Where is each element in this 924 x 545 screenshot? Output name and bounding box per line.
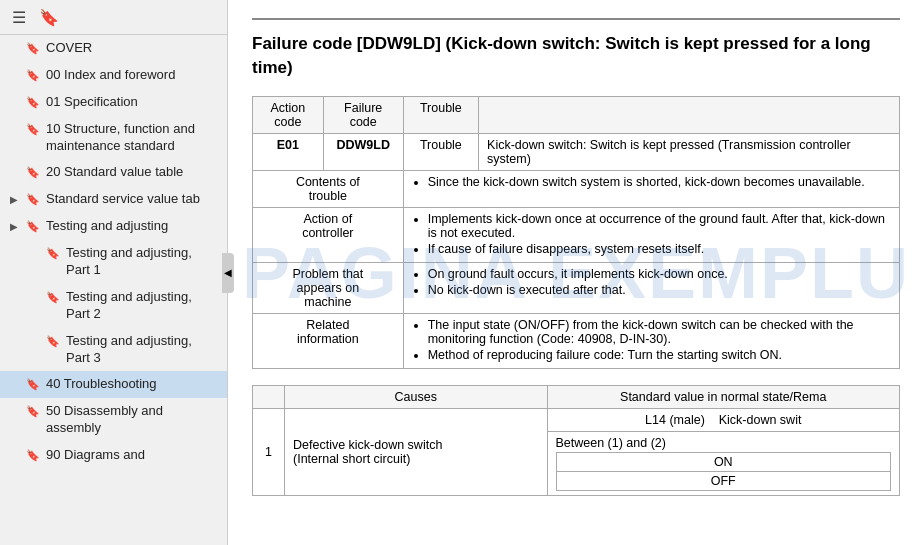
action-item-2: If cause of failure disappears, system r…: [428, 242, 891, 256]
contents-item-1: Since the kick-down switch system is sho…: [428, 175, 891, 189]
bookmark-item-icon-10: 🔖: [26, 377, 42, 391]
col-failure-code: Failure code: [323, 96, 403, 133]
bookmark-item-icon-11: 🔖: [26, 404, 42, 418]
sidebar-item-label-4: 20 Standard value table: [46, 164, 183, 181]
trouble-label: Trouble: [403, 133, 478, 170]
expand-icon-5[interactable]: ▶: [10, 193, 22, 206]
sidebar-item-label-12: 90 Diagrams and: [46, 447, 145, 464]
sidebar-item-label-6: Testing and adjusting: [46, 218, 168, 235]
sidebar: ☰ 🔖 🔖COVER🔖00 Index and foreword🔖01 Spec…: [0, 0, 228, 545]
cause-number-1: 1: [253, 408, 285, 495]
cause-between-label: Between (1) and (2) ON OFF: [547, 431, 900, 495]
sidebar-item-8[interactable]: 🔖Testing and adjusting, Part 2: [0, 284, 227, 328]
related-value: The input state (ON/OFF) from the kick-d…: [403, 313, 899, 368]
sidebar-item-label-5: Standard service value tab: [46, 191, 200, 208]
causes-col-num: [253, 385, 285, 408]
related-item-2: Method of reproducing failure code: Turn…: [428, 348, 891, 362]
col-trouble: Trouble: [403, 96, 478, 133]
main-content: PAGINA EXEMPLU Failure code [DDW9LD] (Ki…: [228, 0, 924, 545]
sidebar-item-12[interactable]: 🔖90 Diagrams and: [0, 442, 227, 469]
bookmark-item-icon-1: 🔖: [26, 68, 42, 82]
bookmark-item-icon-9: 🔖: [46, 334, 62, 348]
problem-label: Problem thatappears onmachine: [253, 262, 404, 313]
cause-desc-1: Defective kick-down switch(Internal shor…: [285, 408, 548, 495]
bookmark-item-icon-5: 🔖: [26, 192, 42, 206]
failure-code-value: DDW9LD: [323, 133, 403, 170]
bookmark-icon[interactable]: 🔖: [38, 6, 60, 28]
sidebar-item-label-3: 10 Structure, function and maintenance s…: [46, 121, 219, 155]
action-label: Action ofcontroller: [253, 207, 404, 262]
cause-on-value: ON: [556, 452, 891, 471]
top-divider: [252, 18, 900, 20]
sidebar-item-label-1: 00 Index and foreword: [46, 67, 175, 84]
sidebar-item-label-8: Testing and adjusting, Part 2: [66, 289, 219, 323]
sidebar-item-10[interactable]: 🔖40 Troubleshooting: [0, 371, 227, 398]
sidebar-item-1[interactable]: 🔖00 Index and foreword: [0, 62, 227, 89]
sidebar-item-6[interactable]: ▶🔖Testing and adjusting: [0, 213, 227, 240]
sidebar-item-2[interactable]: 🔖01 Specification: [0, 89, 227, 116]
causes-col-causes: Causes: [285, 385, 548, 408]
trouble-desc: Kick-down switch: Switch is kept pressed…: [479, 133, 900, 170]
sidebar-item-label-0: COVER: [46, 40, 92, 57]
sidebar-item-11[interactable]: 🔖50 Disassembly and assembly: [0, 398, 227, 442]
menu-icon[interactable]: ☰: [8, 6, 30, 28]
bookmark-item-icon-12: 🔖: [26, 448, 42, 462]
col-action-code: Action code: [253, 96, 324, 133]
causes-col-standard: Standard value in normal state/Rema: [547, 385, 900, 408]
action-value: Implements kick-down once at occurrence …: [403, 207, 899, 262]
bookmark-item-icon-4: 🔖: [26, 165, 42, 179]
related-label: Relatedinformation: [253, 313, 404, 368]
sidebar-item-9[interactable]: 🔖Testing and adjusting, Part 3: [0, 328, 227, 372]
problem-item-2: No kick-down is executed after that.: [428, 283, 891, 297]
sidebar-toolbar: ☰ 🔖: [0, 0, 227, 35]
sidebar-item-label-11: 50 Disassembly and assembly: [46, 403, 219, 437]
sidebar-wrapper: ☰ 🔖 🔖COVER🔖00 Index and foreword🔖01 Spec…: [0, 0, 228, 545]
sidebar-item-label-9: Testing and adjusting, Part 3: [66, 333, 219, 367]
sidebar-item-0[interactable]: 🔖COVER: [0, 35, 227, 62]
sidebar-item-3[interactable]: 🔖10 Structure, function and maintenance …: [0, 116, 227, 160]
problem-value: On ground fault occurs, it implements ki…: [403, 262, 899, 313]
bookmark-item-icon-6: 🔖: [26, 219, 42, 233]
sidebar-collapse-handle[interactable]: ◀: [222, 253, 234, 293]
page-title: Failure code [DDW9LD] (Kick-down switch:…: [252, 32, 900, 80]
contents-value: Since the kick-down switch system is sho…: [403, 170, 899, 207]
sidebar-item-7[interactable]: 🔖Testing and adjusting, Part 1: [0, 240, 227, 284]
problem-item-1: On ground fault occurs, it implements ki…: [428, 267, 891, 281]
sidebar-item-4[interactable]: 🔖20 Standard value table: [0, 159, 227, 186]
sidebar-item-label-2: 01 Specification: [46, 94, 138, 111]
sidebar-items: 🔖COVER🔖00 Index and foreword🔖01 Specific…: [0, 35, 227, 469]
bookmark-item-icon-3: 🔖: [26, 122, 42, 136]
action-item-1: Implements kick-down once at occurrence …: [428, 212, 891, 240]
bookmark-item-icon-0: 🔖: [26, 41, 42, 55]
related-item-1: The input state (ON/OFF) from the kick-d…: [428, 318, 891, 346]
bookmark-item-icon-7: 🔖: [46, 246, 62, 260]
expand-icon-6[interactable]: ▶: [10, 220, 22, 233]
action-code-value: E01: [253, 133, 324, 170]
cause-off-value: OFF: [556, 471, 891, 490]
sidebar-item-label-7: Testing and adjusting, Part 1: [66, 245, 219, 279]
sidebar-item-5[interactable]: ▶🔖Standard service value tab: [0, 186, 227, 213]
causes-table: Causes Standard value in normal state/Re…: [252, 385, 900, 496]
cause-subcol-l14: L14 (male) Kick-down swit: [547, 408, 900, 431]
col-trouble-desc: [479, 96, 900, 133]
contents-label: Contents oftrouble: [253, 170, 404, 207]
info-table: Action code Failure code Trouble E01 DDW…: [252, 96, 900, 369]
bookmark-item-icon-2: 🔖: [26, 95, 42, 109]
sidebar-item-label-10: 40 Troubleshooting: [46, 376, 157, 393]
bookmark-item-icon-8: 🔖: [46, 290, 62, 304]
